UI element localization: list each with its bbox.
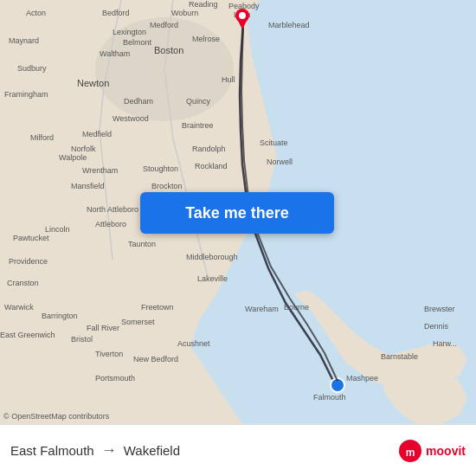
svg-text:Wrentham: Wrentham (82, 166, 118, 175)
svg-text:Fall River: Fall River (87, 324, 119, 332)
svg-text:Medfield: Medfield (82, 130, 112, 138)
svg-text:Woburn: Woburn (171, 9, 198, 17)
svg-text:Cranston: Cranston (7, 279, 39, 287)
moovit-text: moovit (426, 444, 466, 458)
svg-text:Scituate: Scituate (260, 138, 288, 147)
svg-text:Providence: Providence (9, 257, 48, 266)
svg-text:Tiverton: Tiverton (95, 350, 123, 358)
svg-text:Melrose: Melrose (192, 35, 220, 43)
svg-text:Stoughton: Stoughton (143, 164, 178, 173)
svg-text:Brewster: Brewster (424, 305, 455, 313)
svg-text:Dennis: Dennis (424, 322, 449, 331)
svg-text:Lincoln: Lincoln (45, 225, 70, 234)
svg-text:Lakeville: Lakeville (197, 274, 228, 283)
svg-text:Framingham: Framingham (4, 90, 48, 99)
svg-text:Mashpee: Mashpee (346, 374, 378, 383)
map-container: Newton Boston Acton Maynard Sudbury Fram… (0, 0, 476, 424)
svg-point-73 (239, 12, 246, 19)
route-to: Wakefield (124, 443, 180, 458)
svg-text:Acton: Acton (26, 9, 46, 17)
svg-text:Bristol: Bristol (71, 335, 93, 344)
svg-text:Hull: Hull (222, 75, 235, 84)
svg-text:Norfolk: Norfolk (71, 145, 96, 153)
svg-text:North Attleboro: North Attleboro (87, 205, 138, 214)
route-arrow: → (101, 441, 117, 460)
svg-text:Maynard: Maynard (9, 36, 39, 45)
svg-text:Newton: Newton (77, 78, 109, 88)
copyright-text: © OpenStreetMap contributors (3, 412, 109, 421)
moovit-icon: m (398, 439, 422, 463)
moovit-logo: m moovit (398, 439, 466, 463)
svg-text:Dedham: Dedham (124, 97, 153, 106)
svg-text:Barrington: Barrington (42, 312, 78, 320)
svg-text:Harw...: Harw... (433, 339, 457, 348)
svg-text:Quincy: Quincy (186, 97, 211, 106)
svg-text:East Greenwich: East Greenwich (0, 331, 55, 339)
svg-text:Randolph: Randolph (192, 145, 226, 153)
svg-text:Norwell: Norwell (267, 158, 293, 166)
svg-text:Barnstable: Barnstable (381, 352, 418, 361)
svg-text:Freetown: Freetown (141, 303, 174, 312)
svg-text:New Bedford: New Bedford (133, 355, 178, 363)
svg-text:Taunton: Taunton (128, 240, 156, 248)
svg-text:Wareham: Wareham (245, 305, 279, 313)
svg-text:Westwood: Westwood (113, 114, 149, 123)
route-from: East Falmouth (10, 443, 94, 458)
svg-text:Middleborough: Middleborough (186, 253, 238, 261)
svg-text:Sudbury: Sudbury (17, 64, 47, 73)
svg-text:Waltham: Waltham (100, 49, 130, 58)
svg-text:Rockland: Rockland (195, 162, 228, 170)
svg-text:Brockton: Brockton (151, 182, 183, 190)
svg-text:Warwick: Warwick (4, 303, 34, 312)
svg-point-6 (264, 322, 290, 336)
svg-text:Acushnet: Acushnet (177, 339, 210, 348)
svg-text:Pawtucket: Pawtucket (13, 234, 49, 242)
svg-text:Somerset: Somerset (121, 318, 155, 326)
svg-text:Walpole: Walpole (59, 153, 87, 162)
svg-text:Medford: Medford (150, 21, 178, 29)
svg-text:Boston: Boston (154, 45, 183, 55)
svg-text:Reading: Reading (189, 0, 218, 9)
svg-text:Falmouth: Falmouth (313, 393, 346, 402)
svg-text:Mansfield: Mansfield (71, 182, 105, 190)
svg-text:Braintree: Braintree (182, 121, 214, 130)
svg-point-4 (346, 290, 398, 316)
route-info: East Falmouth → Wakefield (10, 441, 398, 460)
take-me-there-button[interactable]: Take me there (140, 192, 334, 234)
svg-text:Milford: Milford (30, 133, 54, 142)
svg-text:Marblehead: Marblehead (268, 21, 310, 29)
svg-text:m: m (406, 447, 415, 459)
svg-text:Lexington: Lexington (113, 28, 146, 36)
svg-text:Belmont: Belmont (123, 38, 152, 47)
svg-text:Bedford: Bedford (102, 9, 130, 17)
bottom-bar: East Falmouth → Wakefield m moovit (0, 424, 476, 476)
svg-text:Attleboro: Attleboro (95, 220, 126, 228)
svg-text:Portsmouth: Portsmouth (95, 374, 135, 383)
